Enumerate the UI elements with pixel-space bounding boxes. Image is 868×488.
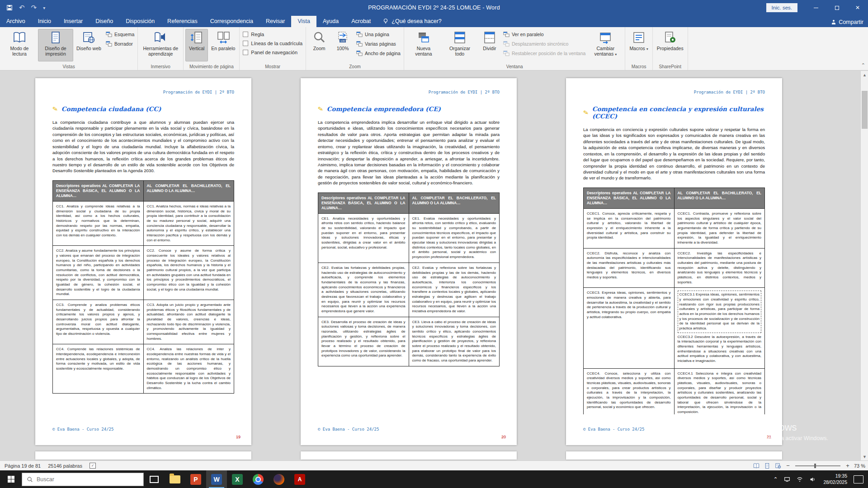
- taskbar-clock[interactable]: 19:35 28/02/2025: [819, 473, 852, 485]
- learning-tools-button[interactable]: Herramientas de aprendizaje: [140, 29, 181, 61]
- vertical-button[interactable]: Vertical: [185, 29, 208, 61]
- zoom-100-icon: [336, 31, 349, 44]
- file-explorer-button[interactable]: [165, 470, 185, 488]
- table-row: CE3. Desarrolla el proceso de creación d…: [318, 317, 500, 366]
- minimize-button[interactable]: [806, 0, 826, 15]
- switch-windows-button[interactable]: Cambiar ventanas ▾: [588, 29, 623, 61]
- zoom-slider-thumb[interactable]: [814, 464, 816, 468]
- tab-disposicion[interactable]: Disposición: [119, 16, 161, 27]
- acrobat-button[interactable]: A: [289, 470, 310, 488]
- tray-chevron-icon[interactable]: ⌃: [770, 476, 781, 483]
- document-page-20[interactable]: Programación de EYDI | 2º BTO ✎ Competen…: [301, 78, 517, 445]
- group-label-ventana: Ventana: [406, 63, 623, 70]
- page-indicator[interactable]: Página 19 de 81: [5, 463, 41, 469]
- wifi-icon[interactable]: [793, 476, 806, 483]
- properties-button[interactable]: Propiedades: [655, 29, 686, 61]
- powerpoint-icon: P: [190, 474, 201, 485]
- split-icon: [483, 31, 496, 44]
- tab-ayuda[interactable]: Ayuda: [316, 16, 345, 27]
- macros-icon: [632, 31, 646, 44]
- view-side-by-side-button[interactable]: Ver en paralelo: [502, 31, 587, 38]
- web-layout-button[interactable]: Diseño web: [74, 29, 104, 61]
- zoom-button[interactable]: Zoom: [308, 29, 330, 61]
- zoom-slider[interactable]: [795, 465, 840, 466]
- tab-referencias[interactable]: Referencias: [161, 16, 204, 27]
- notification-center-icon[interactable]: [854, 475, 863, 483]
- sign-in-button[interactable]: Inic. ses.: [766, 3, 797, 12]
- page-width-button[interactable]: Ancho de página: [355, 50, 402, 57]
- print-layout-view-icon[interactable]: [764, 463, 771, 469]
- synchronous-scrolling-button: Desplazamiento sincrónico: [502, 40, 587, 47]
- gridlines-checkbox[interactable]: Líneas de la cuadrícula: [241, 40, 304, 47]
- monitor-icon[interactable]: [781, 476, 793, 483]
- tab-inicio[interactable]: Inicio: [32, 16, 57, 27]
- ruler-checkbox[interactable]: Regla: [241, 31, 265, 38]
- close-button[interactable]: ✕: [847, 0, 868, 15]
- table-row: CC2. Analiza y asume fundadamente los pr…: [53, 246, 234, 300]
- tab-diseno[interactable]: Diseño: [89, 16, 119, 27]
- proofing-icon[interactable]: ✓: [90, 463, 96, 469]
- scroll-down-icon[interactable]: ▼: [861, 453, 868, 460]
- firefox-button[interactable]: [269, 470, 289, 488]
- start-button[interactable]: [0, 470, 22, 488]
- macros-button[interactable]: Macros ▾: [627, 29, 650, 61]
- volume-icon[interactable]: [806, 476, 819, 483]
- page-globe-icon: [82, 31, 95, 44]
- system-tray: ⌃ 19:35 28/02/2025: [770, 470, 868, 488]
- restore-button[interactable]: [826, 0, 847, 15]
- zoom-out-button[interactable]: −: [785, 462, 791, 469]
- scrollbar-thumb[interactable]: [862, 91, 868, 129]
- new-window-icon: [417, 31, 430, 44]
- chrome-button[interactable]: [248, 470, 269, 488]
- descriptors-table: Descriptores operativos AL COMPLETAR LA …: [52, 180, 234, 394]
- powerpoint-button[interactable]: P: [185, 470, 206, 488]
- read-mode-view-icon[interactable]: [753, 463, 760, 469]
- zoom-100-button[interactable]: 100%: [331, 29, 354, 61]
- task-view-button[interactable]: [144, 470, 165, 488]
- outline-button[interactable]: Esquema: [104, 31, 136, 38]
- multiple-pages-icon: [356, 41, 363, 47]
- collapse-ribbon-icon[interactable]: ⌃: [861, 62, 865, 68]
- search-input[interactable]: [37, 476, 127, 483]
- one-page-icon: [356, 31, 363, 38]
- tab-insertar[interactable]: Insertar: [57, 16, 89, 27]
- draft-button[interactable]: Borrador: [104, 40, 136, 47]
- word-button[interactable]: W: [206, 470, 227, 488]
- tab-acrobat[interactable]: Acrobat: [345, 16, 377, 27]
- zoom-percentage[interactable]: 73 %: [854, 463, 865, 469]
- navpane-checkbox[interactable]: Panel de navegación: [241, 49, 299, 56]
- print-layout-button[interactable]: Diseño de impresión: [38, 29, 73, 61]
- table-header-cell: Descriptores operativos AL COMPLETAR LA …: [318, 192, 409, 213]
- arrange-all-button[interactable]: Organizar todo: [442, 29, 477, 61]
- word-icon: W: [211, 474, 222, 485]
- multiple-pages-button[interactable]: Varias páginas: [355, 40, 402, 47]
- word-count[interactable]: 25146 palabras: [48, 463, 82, 469]
- learning-tools-icon: [154, 31, 167, 44]
- share-button[interactable]: Compartir: [831, 19, 863, 25]
- read-mode-button[interactable]: Modo de lectura: [2, 29, 37, 61]
- scroll-up-icon[interactable]: ▲: [861, 71, 868, 79]
- vertical-scrollbar[interactable]: ▲ ▼: [860, 71, 868, 460]
- tell-me-box[interactable]: ¿Qué desea hacer?: [377, 16, 447, 27]
- side-to-side-button[interactable]: En paralelo: [209, 29, 237, 61]
- vertical-icon: [190, 31, 203, 44]
- taskbar: P W X A ⌃ 19:35 28/02/2025: [0, 470, 868, 488]
- tab-correspondencia[interactable]: Correspondencia: [204, 16, 259, 27]
- tab-vista[interactable]: Vista: [291, 16, 316, 27]
- one-page-button[interactable]: Una página: [355, 31, 402, 38]
- web-layout-view-icon[interactable]: [774, 463, 782, 469]
- group-zoom: Zoom 100% Una página Varias páginas Anch…: [306, 27, 404, 70]
- folder-icon: [170, 475, 180, 483]
- document-page-21[interactable]: Programación de EYDI | 2º BTO ✎ Competen…: [566, 78, 782, 445]
- tab-revisar[interactable]: Revisar: [259, 16, 291, 27]
- split-button[interactable]: Dividir: [478, 29, 501, 61]
- new-window-button[interactable]: Nueva ventana: [406, 29, 441, 61]
- group-label-movimiento: Movimiento de página: [185, 63, 237, 70]
- taskbar-search[interactable]: [22, 473, 144, 486]
- group-inmersivo: Herramientas de aprendizaje Inmersivo: [138, 27, 184, 70]
- tab-archivo[interactable]: Archivo: [0, 16, 32, 27]
- document-page-19[interactable]: Programación de EYDI | 2º BTO ✎ Competen…: [35, 78, 251, 445]
- excel-button[interactable]: X: [227, 470, 248, 488]
- zoom-in-button[interactable]: +: [845, 462, 850, 469]
- next-page-stub: [566, 451, 782, 460]
